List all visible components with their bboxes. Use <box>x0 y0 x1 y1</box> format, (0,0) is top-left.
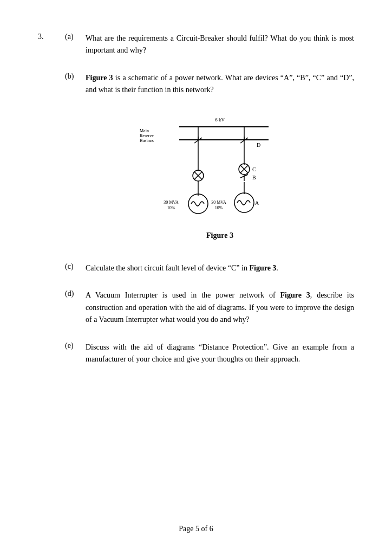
figure-caption: Figure 3 <box>206 230 233 242</box>
page-footer: Page 5 of 6 <box>0 525 392 533</box>
svg-text:Reserve: Reserve <box>140 133 154 138</box>
svg-text:D: D <box>257 142 260 148</box>
part-d-text: A Vacuum Interrupter is used in the powe… <box>86 289 354 326</box>
part-c-text: Calculate the short circuit fault level … <box>86 262 354 274</box>
part-b: (b) Figure 3 is a schematic of a power n… <box>65 72 354 247</box>
circuit-diagram: Main Reserve Busbars 6 kV <box>139 106 301 225</box>
svg-text:B: B <box>252 175 256 180</box>
svg-text:Busbars: Busbars <box>140 138 154 143</box>
part-b-text: Figure 3 is a schematic of a power netwo… <box>86 72 354 247</box>
part-c-before: Calculate the short circuit fault level … <box>86 264 249 272</box>
part-d: (d) A Vacuum Interrupter is used in the … <box>65 289 354 326</box>
svg-text:30 MVA: 30 MVA <box>211 200 226 205</box>
svg-text:C: C <box>252 166 256 172</box>
svg-text:10%: 10% <box>215 205 223 210</box>
part-e-label: (e) <box>65 341 86 366</box>
part-d-bold: Figure 3 <box>280 291 310 299</box>
part-e: (e) Discuss with the aid of diagrams “Di… <box>65 341 354 366</box>
figure-container: Main Reserve Busbars 6 kV <box>86 106 354 242</box>
part-e-text: Discuss with the aid of diagrams “Distan… <box>86 341 354 366</box>
part-a-text: What are the requirements a Circuit-Brea… <box>86 33 354 57</box>
svg-text:A: A <box>255 200 259 206</box>
part-b-bold: Figure 3 <box>86 74 113 82</box>
question-number: 3. <box>38 33 65 380</box>
question-parts: (a) What are the requirements a Circuit-… <box>65 33 354 380</box>
page: 3. (a) What are the requirements a Circu… <box>0 0 392 555</box>
part-b-label: (b) <box>65 72 86 247</box>
question-block: 3. (a) What are the requirements a Circu… <box>38 33 354 380</box>
svg-text:6 kV: 6 kV <box>215 117 225 122</box>
part-a: (a) What are the requirements a Circuit-… <box>65 33 354 57</box>
part-c-after: . <box>276 264 278 272</box>
svg-text:30 MVA: 30 MVA <box>164 200 179 205</box>
part-a-label: (a) <box>65 33 86 57</box>
part-c-label: (c) <box>65 262 86 274</box>
part-c: (c) Calculate the short circuit fault le… <box>65 262 354 274</box>
part-d-label: (d) <box>65 289 86 326</box>
part-b-after: is a schematic of a power network. What … <box>86 74 354 94</box>
svg-text:Main: Main <box>140 128 149 133</box>
svg-text:10%: 10% <box>167 205 175 210</box>
part-c-bold: Figure 3 <box>249 264 276 272</box>
part-d-before: A Vacuum Interrupter is used in the powe… <box>86 291 280 299</box>
